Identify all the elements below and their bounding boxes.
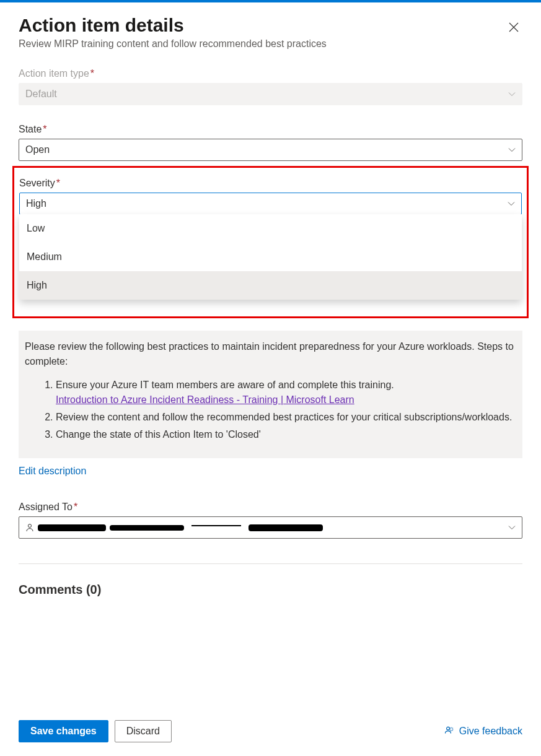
severity-dropdown-list: Low Medium High	[19, 214, 522, 300]
chevron-down-icon	[508, 200, 515, 207]
section-divider	[19, 563, 522, 564]
header-row: Action item details Review MIRP training…	[19, 15, 522, 68]
required-asterisk: *	[74, 502, 77, 512]
page-subtitle: Review MIRP training content and follow …	[19, 38, 327, 50]
edit-description-link[interactable]: Edit description	[19, 466, 86, 477]
close-icon	[509, 22, 519, 32]
header-text-block: Action item details Review MIRP training…	[19, 15, 327, 68]
severity-option-high[interactable]: High	[19, 271, 522, 300]
required-asterisk: *	[90, 68, 94, 79]
redacted-text	[38, 524, 106, 531]
description-step-1-text: Ensure your Azure IT team members are aw…	[56, 380, 394, 390]
footer-bar: Save changes Discard Give feedback	[0, 709, 541, 756]
state-label: State*	[19, 124, 522, 135]
severity-select[interactable]: High Low Medium High	[19, 193, 522, 215]
severity-highlight-box: Severity* High Low Medium High	[12, 166, 529, 318]
discard-button[interactable]: Discard	[115, 720, 172, 742]
page-title: Action item details	[19, 15, 327, 36]
action-item-type-select: Default	[19, 83, 522, 105]
description-box: Please review the following best practic…	[19, 331, 522, 458]
content-scroll-region[interactable]: Action item details Review MIRP training…	[0, 2, 541, 709]
assigned-to-persona	[25, 523, 323, 532]
required-asterisk: *	[56, 178, 60, 188]
training-link[interactable]: Introduction to Azure Incident Readiness…	[56, 394, 354, 405]
save-button[interactable]: Save changes	[19, 720, 108, 742]
chevron-down-icon	[508, 90, 516, 98]
description-step-3: Change the state of this Action Item to …	[56, 427, 516, 442]
assigned-to-select[interactable]	[19, 516, 522, 539]
severity-option-medium[interactable]: Medium	[19, 243, 522, 271]
state-value: Open	[25, 144, 508, 155]
redacted-text	[191, 525, 241, 526]
description-steps: Ensure your Azure IT team members are aw…	[25, 378, 516, 442]
action-item-type-label: Action item type*	[19, 68, 522, 79]
description-step-1: Ensure your Azure IT team members are aw…	[56, 378, 516, 407]
footer-buttons: Save changes Discard	[19, 720, 172, 742]
assigned-to-label-text: Assigned To	[19, 502, 73, 512]
feedback-icon	[444, 726, 455, 737]
give-feedback-text: Give feedback	[459, 726, 522, 737]
severity-label-text: Severity	[19, 178, 55, 188]
svg-point-0	[28, 524, 31, 528]
chevron-down-icon	[508, 146, 516, 154]
details-panel: Action item details Review MIRP training…	[0, 2, 541, 756]
state-select[interactable]: Open	[19, 139, 522, 161]
description-step-2: Review the content and follow the recomm…	[56, 410, 516, 425]
action-item-type-value: Default	[25, 89, 508, 100]
severity-option-low[interactable]: Low	[19, 214, 522, 243]
close-button[interactable]	[505, 19, 522, 36]
svg-point-1	[446, 727, 449, 730]
assigned-to-label: Assigned To*	[19, 502, 522, 513]
state-label-text: State	[19, 124, 42, 134]
severity-label: Severity*	[19, 178, 522, 189]
action-item-type-label-text: Action item type	[19, 68, 89, 79]
severity-value: High	[26, 198, 508, 209]
person-icon	[25, 523, 34, 532]
chevron-down-icon	[508, 524, 516, 531]
required-asterisk: *	[43, 124, 46, 134]
redacted-text	[110, 525, 184, 531]
give-feedback-link[interactable]: Give feedback	[444, 726, 522, 737]
redacted-text	[249, 524, 323, 531]
comments-heading: Comments (0)	[19, 583, 522, 597]
description-intro: Please review the following best practic…	[25, 339, 516, 369]
